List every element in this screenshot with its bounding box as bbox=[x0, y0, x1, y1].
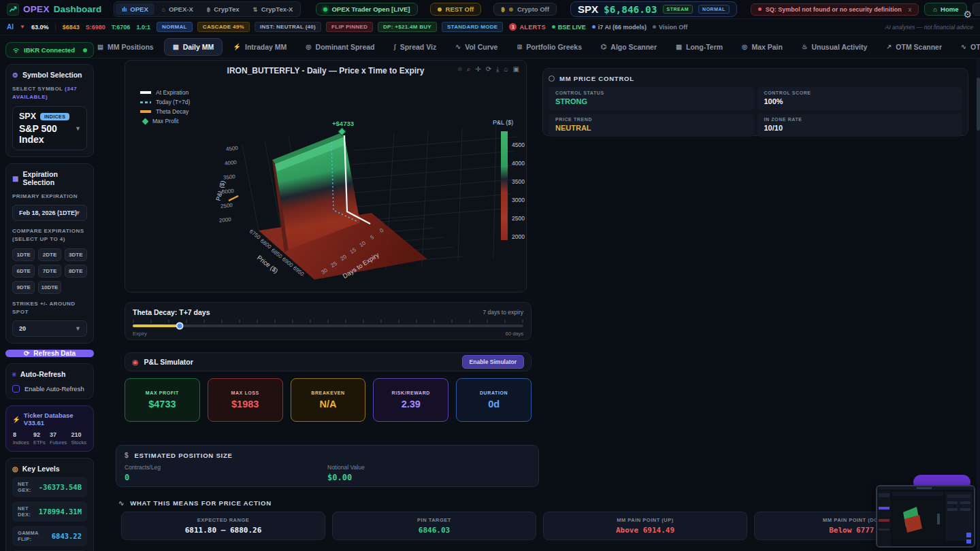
feature-tab[interactable]: ↗ OTM Scanner bbox=[877, 38, 951, 56]
positions-icon: ▤ bbox=[97, 43, 103, 50]
select-symbol-label: SELECT SYMBOL bbox=[12, 86, 63, 92]
theta-slider[interactable] bbox=[133, 324, 523, 327]
price-action-title: WHAT THIS MEANS FOR PRICE ACTION bbox=[130, 499, 272, 507]
feature-tab[interactable]: ◎ Max Pain bbox=[733, 38, 791, 56]
market-tab[interactable]: ⌂ OPEX-X bbox=[156, 3, 199, 15]
dte-option-button[interactable]: 3DTE bbox=[65, 248, 87, 261]
connection-dot-icon bbox=[83, 48, 87, 52]
crypto-toggle[interactable]: ฿ Crypto Off bbox=[493, 3, 557, 16]
theme-button[interactable]: ☀ Classic Light bbox=[973, 3, 980, 16]
feature-tab[interactable]: ◎ Dominant Spread bbox=[297, 38, 383, 56]
expiration-selection-card: ▦Expiration Selection PRIMARY EXPIRATION… bbox=[5, 163, 94, 344]
market-tab-label: OPEX bbox=[130, 5, 148, 13]
alerts-indicator[interactable]: 1 ALERTS bbox=[509, 23, 545, 31]
ticker-price: $6,846.03 bbox=[604, 4, 657, 15]
feature-tab[interactable]: ʃ Spread Viz bbox=[385, 38, 446, 56]
symbol-section-title: Symbol Selection bbox=[22, 71, 82, 79]
price-action-cards: EXPECTED RANGE 6811.80 — 6880.26 PIN TAR… bbox=[121, 512, 958, 540]
dte-options: 1DTE2DTE3DTE6DTE7DTE8DTE9DTE10DTE bbox=[12, 248, 87, 294]
feature-tab[interactable]: ▦ Long-Term bbox=[667, 38, 732, 56]
chevron-down-icon: ▼ bbox=[75, 125, 81, 132]
surface-plot[interactable]: +$4733 4500 4000 3500 3000 2500 2000 P&L… bbox=[125, 61, 527, 293]
ticker-db-title: Ticker Database V33.61 bbox=[24, 412, 87, 427]
mm-cell-value: STRONG bbox=[555, 97, 747, 105]
ai-badge[interactable]: CASCADE 49% bbox=[197, 22, 250, 32]
rest-toggle[interactable]: REST Off bbox=[430, 3, 482, 16]
svg-text:4000: 4000 bbox=[225, 159, 238, 167]
feature-tab[interactable]: ▦ Daily MM bbox=[164, 38, 223, 56]
home-button[interactable]: ⌂ Home bbox=[924, 3, 967, 16]
market-tab[interactable]: ฿ CrypTex bbox=[201, 3, 246, 15]
symbol-name: S&P 500 Index bbox=[19, 123, 80, 145]
dte-option-button[interactable]: 2DTE bbox=[38, 248, 61, 261]
key-level-value: 178994.31M bbox=[39, 507, 82, 516]
sliders-icon: ≡ bbox=[12, 371, 16, 378]
feature-tab[interactable]: ⌬ Algo Scanner bbox=[592, 38, 666, 56]
scrollbar-track[interactable] bbox=[977, 59, 980, 551]
feature-tab[interactable]: ▤ MM Positions bbox=[88, 38, 163, 56]
theme-switcher: ☀ Classic Light ☾ Classic Dark ☽ Moonboy bbox=[973, 3, 980, 16]
auto-refresh-checkbox[interactable] bbox=[12, 385, 20, 393]
refresh-data-button[interactable]: ⟳ Refresh Data bbox=[5, 350, 94, 357]
db-stat-value: 8 bbox=[13, 431, 29, 438]
dte-option-button[interactable]: 1DTE bbox=[12, 248, 35, 261]
primary-expiration-select[interactable]: Feb 18, 2026 (1DTE) ▼ bbox=[12, 205, 87, 221]
mode-badge: NORMAL bbox=[698, 5, 730, 14]
feature-tab-label: MM Positions bbox=[108, 43, 154, 51]
feature-tab[interactable]: ∿ OTM Visualizer bbox=[952, 38, 980, 56]
flame-icon: ♨ bbox=[802, 43, 808, 50]
status-dot-item[interactable]: BSE LIVE bbox=[552, 24, 586, 31]
pulse-icon: ∿ bbox=[118, 499, 125, 507]
key-levels-title: Key Levels bbox=[22, 465, 60, 473]
feature-tab[interactable]: ♨ Unusual Activity bbox=[793, 38, 876, 56]
position-size-card: $ESTIMATED POSITION SIZE Contracts/Leg 0… bbox=[116, 445, 539, 487]
db-stat-label: Indices bbox=[13, 439, 29, 446]
status-dot-item[interactable]: Vision Off bbox=[653, 24, 687, 31]
symbol-select[interactable]: SPX INDICES S&P 500 Index ▼ bbox=[12, 106, 87, 150]
colorbar-ticks: 4500 4000 3500 3000 2500 2000 bbox=[512, 141, 525, 240]
price-action-card: EXPECTED RANGE 6811.80 — 6880.26 bbox=[121, 512, 325, 540]
dte-option-button[interactable]: 8DTE bbox=[65, 265, 87, 278]
level-support: S:6980 bbox=[86, 24, 105, 31]
home-label: Home bbox=[941, 5, 958, 13]
scrollbar-thumb[interactable] bbox=[977, 78, 980, 131]
metric-label: DURATION bbox=[480, 390, 508, 395]
dte-option-button[interactable]: 10DTE bbox=[38, 281, 61, 294]
feature-tab-label: Portfolio Greeks bbox=[526, 43, 582, 51]
feature-tab-label: Algo Scanner bbox=[610, 43, 657, 51]
chevron-down-icon: ▼ bbox=[75, 325, 81, 332]
market-tab[interactable]: ⇅ CrypTex-X bbox=[247, 3, 299, 15]
enable-simulator-button[interactable]: Enable Simulator bbox=[462, 355, 524, 369]
ai-badge[interactable]: NORMAL bbox=[157, 22, 193, 32]
disclaimer: AI analyses — not financial advice bbox=[885, 24, 973, 31]
separator: | bbox=[54, 24, 56, 31]
home-icon: ⌂ bbox=[933, 5, 937, 13]
status-dot-item[interactable]: i7 AI (66 models) bbox=[592, 24, 647, 31]
bitcoin-icon: ฿ bbox=[501, 6, 505, 13]
market-tab[interactable]: ılı OPEX bbox=[116, 3, 154, 15]
position-field-value: 0 bbox=[125, 473, 327, 482]
ai-badge[interactable]: FLIP PINNED bbox=[326, 22, 373, 32]
dte-option-button[interactable]: 6DTE bbox=[12, 265, 35, 278]
slider-handle[interactable] bbox=[176, 322, 183, 330]
dte-option-button[interactable]: 9DTE bbox=[12, 281, 35, 294]
colorbar-title: P&L ($) bbox=[493, 119, 513, 126]
strikes-select[interactable]: 20 ▼ bbox=[12, 320, 87, 337]
alerts-label: ALERTS bbox=[519, 24, 545, 31]
mm-control-grid: CONTROL STATUS STRONG CONTROL SCORE 100%… bbox=[549, 87, 962, 137]
refresh-icon: ⟳ bbox=[24, 350, 29, 357]
alert-dismiss-button[interactable]: x bbox=[909, 6, 912, 13]
settings-gear-icon[interactable]: ⚙ bbox=[963, 9, 972, 20]
screen-preview-thumbnail[interactable] bbox=[876, 485, 975, 548]
mm-cell-value: 100% bbox=[764, 97, 956, 105]
feature-tab[interactable]: ⊞ Portfolio Greeks bbox=[508, 38, 591, 56]
feature-tab[interactable]: ∿ Vol Curve bbox=[446, 38, 506, 56]
theta-days-remaining: 7 days to expiry bbox=[483, 309, 523, 316]
ai-badge[interactable]: INST: NEUTRAL (40) bbox=[255, 22, 321, 32]
feature-tab[interactable]: ⚡ Intraday MM bbox=[224, 38, 295, 56]
metric-value: 2.39 bbox=[402, 399, 421, 410]
dte-option-button[interactable]: 7DTE bbox=[38, 265, 61, 278]
ai-badge[interactable]: STANDARD MODE bbox=[442, 22, 503, 32]
ai-badge[interactable]: DP: +$21.4M BUY bbox=[378, 22, 437, 32]
db-stat: 37 Futures bbox=[50, 431, 67, 446]
